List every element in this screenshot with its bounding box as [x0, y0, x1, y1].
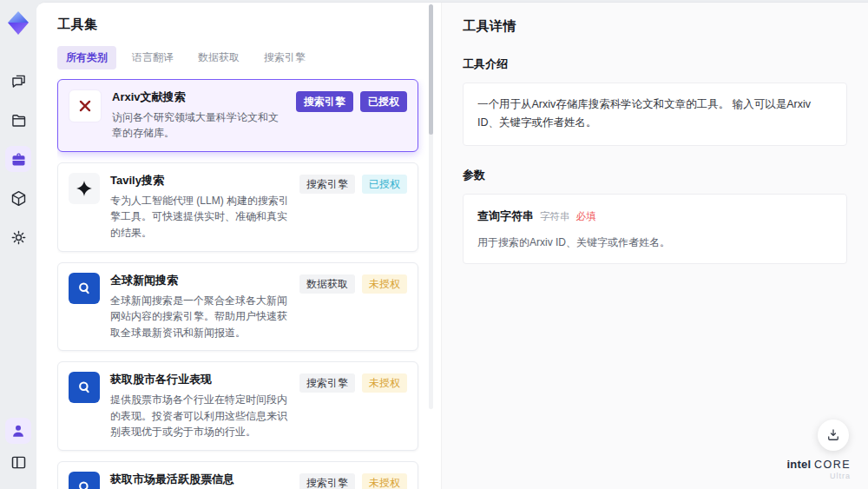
- tool-list-item[interactable]: 获取市场最活跃股票信息 提供当天交易量最高的股票列表。投资者可以利用这些信息来识…: [57, 461, 418, 489]
- main-content: 工具集 所有类别 语言翻译 数据获取 搜索引擎 A: [36, 2, 868, 489]
- tool-list-item[interactable]: Arxiv文献搜索 访问各个研究领域大量科学论文和文章的存储库。 搜索引擎 已授…: [57, 79, 418, 152]
- app-window: 工具集 所有类别 语言翻译 数据获取 搜索引擎 A: [0, 0, 868, 489]
- app-logo[interactable]: [4, 9, 32, 42]
- category-tab[interactable]: 所有类别: [57, 46, 116, 69]
- param-description: 用于搜索的Arxiv ID、关键字或作者姓名。: [477, 235, 832, 251]
- nav-rail: [0, 0, 36, 489]
- download-button[interactable]: [818, 420, 849, 451]
- news-search-icon: [75, 279, 94, 298]
- tool-text-block: 全球新闻搜索 全球新闻搜索是一个聚合全球各大新闻网站内容的搜索引擎。帮助用户快速…: [110, 273, 299, 341]
- list-scrollbar[interactable]: [429, 4, 433, 409]
- category-tab[interactable]: 搜索引擎: [255, 46, 314, 69]
- tab-label: 搜索引擎: [264, 51, 306, 63]
- user-icon[interactable]: [5, 418, 31, 444]
- scrollbar-thumb[interactable]: [429, 4, 433, 135]
- category-badge: 搜索引擎: [299, 373, 355, 393]
- category-tab[interactable]: 语言翻译: [123, 46, 182, 69]
- intel-core-logo: intel CORE Ultra: [787, 458, 851, 480]
- tool-description: 全球新闻搜索是一个聚合全球各大新闻网站内容的搜索引擎。帮助用户快速获取全球最新资…: [110, 293, 291, 341]
- cube-icon[interactable]: [5, 185, 31, 211]
- tab-label: 数据获取: [198, 51, 240, 63]
- tool-list: Arxiv文献搜索 访问各个研究领域大量科学论文和文章的存储库。 搜索引擎 已授…: [57, 79, 441, 489]
- tool-name: Tavily搜索: [110, 173, 291, 189]
- auth-status-badge: 未授权: [362, 274, 407, 294]
- tool-list-item[interactable]: Tavily搜索 专为人工智能代理 (LLM) 构建的搜索引擎工具。可快速提供实…: [57, 162, 418, 252]
- auth-status-badge: 已授权: [362, 175, 407, 194]
- detail-title: 工具详情: [463, 18, 847, 35]
- tool-badges: 数据获取 未授权: [299, 273, 407, 294]
- tool-list-item[interactable]: 全球新闻搜索 全球新闻搜索是一个聚合全球各大新闻网站内容的搜索引擎。帮助用户快速…: [57, 262, 418, 352]
- param-required-badge: 必填: [576, 208, 596, 226]
- tool-name: 全球新闻搜索: [110, 273, 291, 289]
- tool-name: 获取市场最活跃股票信息: [110, 472, 291, 488]
- tool-list-item[interactable]: 获取股市各行业表现 提供股票市场各个行业在特定时间段内的表现。投资者可以利用这些…: [57, 361, 418, 451]
- tool-name: 获取股市各行业表现: [110, 372, 291, 388]
- params-section-label: 参数: [463, 168, 847, 183]
- news-search-icon: [75, 378, 94, 397]
- download-icon: [825, 427, 841, 443]
- tool-name: Arxiv文献搜索: [112, 89, 287, 106]
- intel-ultra-label: Ultra: [787, 472, 851, 480]
- chat-icon[interactable]: [5, 68, 31, 94]
- toolset-panel: 工具集 所有类别 语言翻译 数据获取 搜索引擎 A: [36, 3, 441, 489]
- auth-status-badge: 未授权: [362, 473, 407, 489]
- arxiv-logo-icon: [76, 96, 95, 116]
- tool-description: 提供股票市场各个行业在特定时间段内的表现。投资者可以利用这些信息来识别表现优于或…: [110, 392, 291, 440]
- param-type-label: 字符串: [540, 208, 570, 226]
- tool-text-block: 获取股市各行业表现 提供股票市场各个行业在特定时间段内的表现。投资者可以利用这些…: [110, 372, 299, 440]
- tool-badges: 搜索引擎 未授权: [299, 372, 407, 393]
- tool-detail-panel: 工具详情 工具介绍 一个用于从Arxiv存储库搜索科学论文和文章的工具。 输入可…: [441, 3, 868, 489]
- tool-text-block: Arxiv文献搜索 访问各个研究领域大量科学论文和文章的存储库。: [112, 89, 296, 142]
- param-header: 查询字符串 字符串 必填: [477, 207, 832, 226]
- tool-badges: 搜索引擎 已授权: [296, 89, 407, 112]
- category-badge: 搜索引擎: [296, 91, 353, 112]
- tool-description: 访问各个研究领域大量科学论文和文章的存储库。: [112, 109, 287, 142]
- panel-toggle-icon[interactable]: [5, 449, 31, 475]
- category-badge: 搜索引擎: [299, 473, 355, 489]
- auth-status-badge: 已授权: [360, 91, 407, 112]
- gear-icon[interactable]: [5, 224, 31, 250]
- tavily-star-icon: [75, 179, 94, 198]
- category-tabs: 所有类别 语言翻译 数据获取 搜索引擎: [57, 46, 441, 69]
- folder-icon[interactable]: [5, 107, 31, 133]
- tab-label: 语言翻译: [132, 51, 174, 63]
- auth-status-badge: 未授权: [362, 373, 407, 393]
- tab-label: 所有类别: [66, 51, 108, 63]
- param-name: 查询字符串: [477, 207, 534, 226]
- tool-description: 专为人工智能代理 (LLM) 构建的搜索引擎工具。可快速提供实时、准确和真实的结…: [110, 193, 291, 241]
- intel-core-wordmark: intel CORE: [787, 458, 851, 471]
- tool-text-block: Tavily搜索 专为人工智能代理 (LLM) 构建的搜索引擎工具。可快速提供实…: [110, 173, 299, 241]
- tool-text-block: 获取市场最活跃股票信息 提供当天交易量最高的股票列表。投资者可以利用这些信息来识…: [110, 472, 299, 489]
- nav-rail-bottom: [5, 418, 31, 489]
- news-search-icon: [75, 478, 94, 489]
- category-badge: 搜索引擎: [299, 175, 355, 194]
- param-card: 查询字符串 字符串 必填 用于搜索的Arxiv ID、关键字或作者姓名。: [463, 194, 847, 264]
- tool-badges: 搜索引擎 未授权: [299, 472, 407, 489]
- category-badge: 数据获取: [299, 274, 355, 294]
- intro-section-label: 工具介绍: [463, 56, 847, 72]
- briefcase-icon[interactable]: [5, 146, 31, 172]
- tool-badges: 搜索引擎 已授权: [299, 173, 407, 194]
- intro-text: 一个用于从Arxiv存储库搜索科学论文和文章的工具。 输入可以是Arxiv ID…: [477, 98, 811, 129]
- intro-card: 一个用于从Arxiv存储库搜索科学论文和文章的工具。 输入可以是Arxiv ID…: [463, 83, 847, 146]
- category-tab[interactable]: 数据获取: [189, 46, 248, 69]
- page-title: 工具集: [57, 17, 441, 33]
